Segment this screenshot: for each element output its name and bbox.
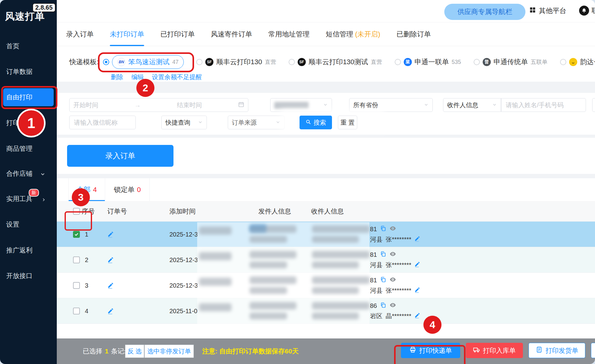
invert-selection-button[interactable]: 反 选 bbox=[125, 345, 144, 358]
row-checkbox-checked[interactable] bbox=[73, 231, 80, 238]
sidebar-item-goods[interactable]: 商品管理 bbox=[0, 142, 57, 156]
row-checkbox[interactable] bbox=[73, 308, 80, 314]
entry-section: 录入订单 bbox=[57, 138, 595, 174]
sidebar-item-free-print[interactable]: 自由打印 bbox=[3, 88, 54, 106]
template-actions: 删除 编辑 设置余额不足提醒 bbox=[111, 73, 202, 81]
tab-deleted-orders[interactable]: 已删除订单 bbox=[397, 22, 431, 46]
radio-icon[interactable] bbox=[289, 59, 295, 65]
reset-button[interactable]: 重 置 bbox=[338, 116, 357, 129]
sidebar: 2.8.65 风速打单 首页 订单数据 自由打印 打印 商品管理 合作店铺 实用… bbox=[0, 0, 57, 364]
col-order-no: 订单号 bbox=[107, 201, 127, 222]
eye-icon[interactable] bbox=[389, 225, 396, 233]
template-option-shentong-single[interactable]: 菜 申通一联单 535 bbox=[395, 57, 461, 67]
retention-note: 注意: 自由打印订单数据保存60天 bbox=[202, 338, 299, 364]
clipped-print-button[interactable] bbox=[591, 343, 595, 358]
chevron-down-icon bbox=[276, 119, 280, 126]
sms-disabled-hint: (未开启) bbox=[355, 30, 380, 39]
sidebar-item-order-data[interactable]: 订单数据 bbox=[0, 65, 57, 79]
sidebar-item-print[interactable]: 打印 bbox=[0, 116, 57, 130]
eye-icon[interactable] bbox=[389, 302, 396, 310]
vendor-nav-button[interactable]: 供应商专属导航栏 bbox=[444, 4, 525, 20]
edit-recipient-icon[interactable] bbox=[414, 261, 421, 269]
tab-printed-orders[interactable]: 已打印订单 bbox=[160, 22, 195, 46]
redacted-blur bbox=[281, 109, 384, 132]
section-divider bbox=[57, 135, 595, 138]
search-button[interactable]: 搜索 bbox=[300, 116, 332, 129]
tab-unprinted-orders[interactable]: 未打印订单 bbox=[110, 22, 144, 46]
template-option-sf130-test[interactable]: SF 顺丰云打印130测试 直营 bbox=[289, 57, 382, 67]
clipped-filter-box[interactable] bbox=[592, 98, 595, 112]
enter-order-button[interactable]: 录入订单 bbox=[67, 145, 173, 167]
template-option-shentong-trad[interactable]: 普 申通传统单 五联单 bbox=[474, 57, 548, 67]
template-label: 快递模板: bbox=[69, 57, 99, 67]
sidebar-item-open-api[interactable]: 开放接口 bbox=[0, 269, 57, 283]
tab-express-orders[interactable]: 风速寄件订单 bbox=[211, 22, 252, 46]
edit-order-icon[interactable] bbox=[107, 298, 114, 324]
row-checkbox[interactable] bbox=[73, 282, 80, 289]
row-clear-info: 86 岩区 晶******** bbox=[370, 301, 421, 321]
sidebar-item-promo[interactable]: 推广返利 bbox=[0, 243, 57, 257]
edit-recipient-icon[interactable] bbox=[414, 236, 421, 243]
radio-selected-icon[interactable] bbox=[103, 59, 109, 65]
template-option-sf130[interactable]: SF 顺丰云打印130 直营 bbox=[196, 57, 276, 67]
radio-icon[interactable] bbox=[474, 59, 480, 65]
eye-icon[interactable] bbox=[389, 276, 396, 285]
calendar-icon bbox=[238, 101, 244, 109]
quick-query-select[interactable]: 快捷查询 bbox=[161, 116, 207, 129]
order-tab-all[interactable]: 全部 4 bbox=[68, 178, 105, 201]
document-icon bbox=[536, 346, 543, 355]
wechat-box bbox=[69, 116, 136, 129]
copy-icon[interactable] bbox=[380, 302, 386, 310]
row-checkbox[interactable] bbox=[73, 256, 80, 263]
sidebar-item-partner-shops[interactable]: 合作店铺 bbox=[0, 167, 57, 180]
action-footer: 已选择 1 条记录 反 选 选中非停发订单 注意: 自由打印订单数据保存60天 … bbox=[57, 338, 595, 364]
chevron-down-icon bbox=[198, 119, 203, 126]
tab-sms-manage[interactable]: 短信管理(未开启) bbox=[326, 22, 380, 46]
section-divider bbox=[57, 82, 595, 93]
edit-recipient-icon[interactable] bbox=[414, 287, 421, 295]
radio-icon[interactable] bbox=[196, 59, 202, 65]
row-clear-info: 81 河县 张******** bbox=[370, 224, 421, 245]
order-tab-locked[interactable]: 锁定单 0 bbox=[105, 178, 150, 201]
copy-icon[interactable] bbox=[380, 225, 386, 233]
delete-template-link[interactable]: 删除 bbox=[111, 73, 123, 81]
sidebar-item-settings[interactable]: 设置 bbox=[0, 218, 57, 231]
edit-order-icon[interactable] bbox=[107, 273, 114, 298]
name-phone-box bbox=[501, 98, 586, 112]
radio-icon[interactable] bbox=[560, 59, 566, 65]
chevron-right-icon bbox=[41, 196, 46, 204]
truck-icon bbox=[473, 346, 480, 355]
tab-address-manage[interactable]: 常用地址管理 bbox=[268, 22, 310, 46]
copy-icon[interactable] bbox=[380, 251, 386, 259]
template-option-yunda[interactable]: ᴗ 韵达一 bbox=[560, 57, 595, 67]
contact-service-button[interactable]: 联 bbox=[579, 6, 595, 16]
chevron-down-icon bbox=[40, 171, 46, 179]
eye-icon[interactable] bbox=[389, 251, 396, 259]
print-delivery-button[interactable]: 打印发货单 bbox=[529, 343, 585, 358]
tab-enter-order[interactable]: 录入订单 bbox=[66, 22, 94, 46]
sidebar-item-tools[interactable]: 实用工具 新 bbox=[0, 192, 57, 206]
balance-alert-link[interactable]: 设置余额不足提醒 bbox=[152, 73, 202, 81]
sidebar-item-home[interactable]: 首页 bbox=[0, 39, 57, 53]
bell-icon bbox=[579, 6, 589, 16]
select-all-checkbox[interactable] bbox=[73, 208, 80, 215]
express-template-section: 快递模板: BN 笨鸟速运测试 47 SF 顺丰云打印130 直营 SF 顺丰云… bbox=[57, 46, 595, 82]
edit-order-icon[interactable] bbox=[107, 222, 114, 247]
wechat-nickname-input[interactable] bbox=[73, 119, 132, 127]
recipient-field-select[interactable]: 收件人信息 bbox=[443, 98, 501, 112]
order-source-select[interactable]: 订单来源 bbox=[228, 116, 285, 129]
top-header: 供应商专属导航栏 其他平台 联 bbox=[57, 0, 595, 22]
select-nonstop-button[interactable]: 选中非停发订单 bbox=[144, 345, 194, 358]
edit-recipient-icon[interactable] bbox=[414, 312, 421, 320]
print-express-button[interactable]: 打印快递单 bbox=[401, 343, 460, 358]
edit-order-icon[interactable] bbox=[107, 247, 114, 273]
copy-icon[interactable] bbox=[380, 276, 386, 284]
name-phone-input[interactable] bbox=[505, 101, 582, 109]
benniao-logo-icon: BN bbox=[117, 58, 125, 66]
date-range-picker[interactable]: 开始时间 → 结束时间 bbox=[69, 98, 248, 112]
edit-template-link[interactable]: 编辑 bbox=[131, 73, 144, 81]
radio-icon[interactable] bbox=[395, 59, 401, 65]
print-warehouse-button[interactable]: 打印入库单 bbox=[466, 343, 523, 358]
other-platforms-button[interactable]: 其他平台 bbox=[529, 6, 566, 16]
template-option-benniao[interactable]: BN 笨鸟速运测试 47 bbox=[103, 55, 184, 69]
